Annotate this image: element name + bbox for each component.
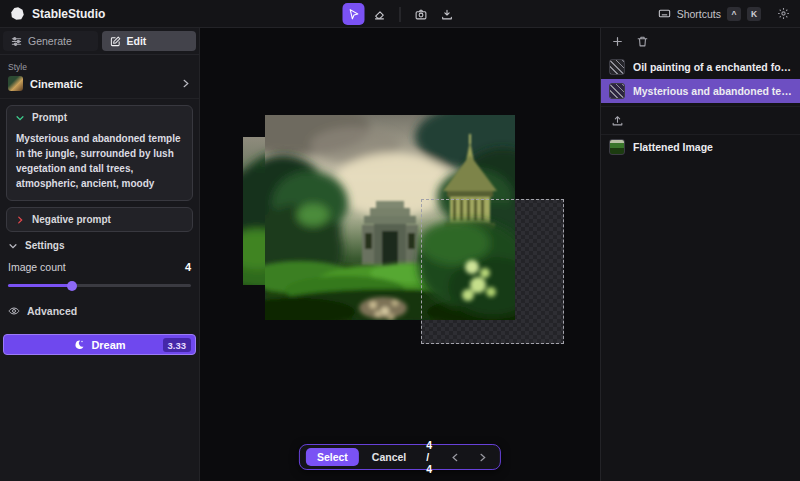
sketch-thumbnail-icon: [609, 83, 625, 99]
trash-icon: [636, 35, 649, 48]
chevron-down-icon: [8, 241, 18, 251]
chevron-left-icon: [450, 452, 461, 463]
chevron-right-icon: [180, 78, 191, 89]
image-count-value: 4: [185, 261, 191, 273]
settings-gear-button[interactable]: [777, 7, 790, 20]
prompt-box: Prompt Mysterious and abandoned temple i…: [6, 105, 193, 201]
shortcut-key-letter: K: [747, 7, 761, 21]
shortcut-key-modifier: ^: [727, 7, 741, 21]
image-count-row: Image count 4: [8, 261, 191, 273]
prompt-header-label: Prompt: [32, 112, 67, 123]
upload-image-button[interactable]: [601, 106, 800, 135]
eraser-icon: [373, 8, 386, 21]
style-label: Style: [8, 62, 191, 72]
prompt-input[interactable]: Mysterious and abandoned temple in the j…: [7, 129, 192, 200]
select-button[interactable]: Select: [306, 448, 359, 466]
canvas-image-main[interactable]: [265, 115, 515, 320]
mode-tabs: Generate Edit: [0, 28, 199, 55]
shortcuts-button[interactable]: Shortcuts ^ K: [658, 7, 761, 21]
camera-icon: [414, 8, 427, 21]
app-title: StableStudio: [32, 7, 105, 21]
sketch-thumbnail-icon: [609, 59, 625, 75]
chevron-right-icon: [15, 215, 25, 225]
dream-moon-icon: [73, 339, 85, 351]
plus-icon: [611, 35, 624, 48]
layer-item-label: Mysterious and abandoned temple in the j…: [633, 85, 792, 97]
edit-pencil-icon: [110, 36, 121, 47]
chevron-down-icon: [15, 113, 25, 123]
toolbar-divider: [400, 7, 401, 22]
topbar-right: Shortcuts ^ K: [658, 7, 790, 21]
tab-edit[interactable]: Edit: [102, 31, 197, 51]
top-bar: StableStudio Sh: [0, 0, 800, 28]
settings-section: Settings Image count 4 Advanced: [0, 232, 199, 328]
stablestudio-logo-icon: [10, 6, 25, 21]
settings-header-label: Settings: [25, 240, 64, 251]
delete-layer-button[interactable]: [636, 35, 649, 48]
previous-result-button[interactable]: [444, 450, 467, 465]
brand: StableStudio: [10, 6, 105, 21]
select-tool-button[interactable]: [343, 3, 365, 25]
download-tool-button[interactable]: [436, 3, 458, 25]
layer-item-label: Oil painting of a enchanted forest, with…: [633, 61, 792, 73]
image-thumbnail: [609, 139, 625, 155]
sliders-icon: [11, 36, 22, 47]
layers-panel: Oil painting of a enchanted forest, with…: [600, 28, 800, 481]
layer-item-dream-2[interactable]: Mysterious and abandoned temple in the j…: [601, 79, 800, 103]
advanced-toggle[interactable]: Advanced: [8, 298, 191, 324]
negative-prompt-box: Negative prompt: [6, 207, 193, 232]
selection-action-bar: Select Cancel 4 / 4: [299, 444, 501, 470]
slider-fill: [8, 284, 72, 287]
upload-icon: [611, 114, 624, 127]
shortcuts-label: Shortcuts: [677, 8, 721, 20]
style-selector[interactable]: Cinematic: [8, 76, 191, 91]
tab-generate-label: Generate: [28, 35, 72, 47]
chevron-right-icon: [477, 452, 488, 463]
layer-item-dream-1[interactable]: Oil painting of a enchanted forest, with…: [601, 55, 800, 79]
style-value: Cinematic: [30, 78, 173, 90]
layer-item-flattened[interactable]: Flattened Image: [601, 135, 800, 159]
style-section: Style Cinematic: [0, 55, 199, 99]
download-icon: [440, 8, 453, 21]
layer-item-label: Flattened Image: [633, 141, 713, 153]
keyboard-icon: [658, 7, 671, 20]
canvas-toolbar: [343, 0, 458, 28]
dream-cost-badge: 3.33: [163, 338, 192, 352]
image-count-slider[interactable]: [8, 280, 191, 290]
left-panel: Generate Edit Style Cinematic: [0, 28, 200, 481]
add-layer-button[interactable]: [611, 35, 624, 48]
advanced-label: Advanced: [27, 305, 77, 317]
cursor-icon: [347, 8, 360, 21]
layers-panel-header: [601, 28, 800, 55]
negative-prompt-header[interactable]: Negative prompt: [7, 208, 192, 231]
negative-prompt-header-label: Negative prompt: [32, 214, 111, 225]
dream-button-label: Dream: [91, 339, 125, 351]
tab-generate[interactable]: Generate: [3, 31, 98, 51]
dream-button[interactable]: Dream 3.33: [3, 334, 196, 355]
gear-icon: [777, 7, 790, 20]
eye-icon: [8, 305, 20, 317]
tab-edit-label: Edit: [127, 35, 147, 47]
slider-thumb[interactable]: [67, 281, 77, 291]
cancel-button[interactable]: Cancel: [363, 448, 415, 466]
erase-tool-button[interactable]: [369, 3, 391, 25]
style-thumbnail: [8, 76, 23, 91]
image-count-label: Image count: [8, 261, 66, 273]
snapshot-tool-button[interactable]: [410, 3, 432, 25]
next-result-button[interactable]: [471, 450, 494, 465]
settings-header[interactable]: Settings: [8, 240, 191, 251]
result-counter: 4 / 4: [419, 439, 440, 475]
editing-canvas[interactable]: Select Cancel 4 / 4: [200, 28, 600, 481]
prompt-header[interactable]: Prompt: [7, 106, 192, 129]
